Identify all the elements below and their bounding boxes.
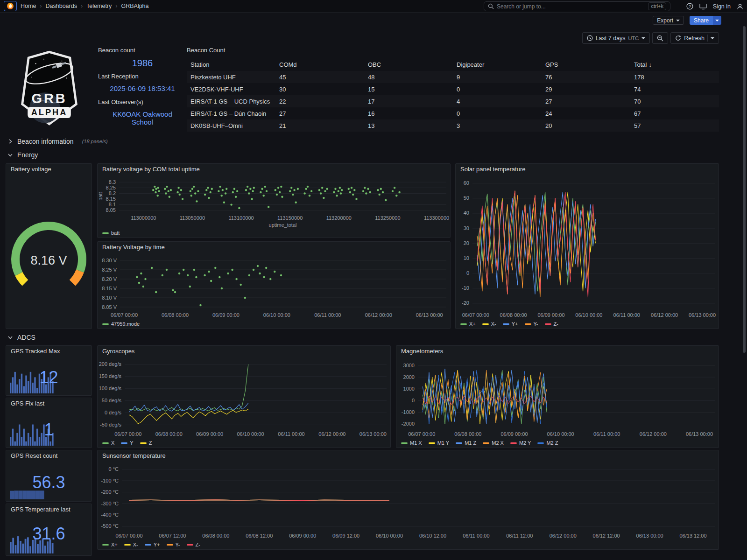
search-bar[interactable]: ctrl+k <box>484 1 670 11</box>
share-menu-button[interactable] <box>713 16 721 25</box>
legend-item[interactable]: batt <box>102 230 120 236</box>
column-header-total[interactable]: Total↓ <box>630 61 719 68</box>
legend-item[interactable]: Z- <box>545 321 558 327</box>
panel-title[interactable]: GPS Tracked Max <box>6 346 92 357</box>
legend-item[interactable]: M1 Z <box>456 440 476 446</box>
user-profile-icon[interactable] <box>737 3 743 10</box>
legend-item[interactable]: Y- <box>525 321 538 327</box>
panel-gps-temperature-last: GPS Temperature last 31.6 <box>6 504 92 556</box>
panel-title[interactable]: GPS Reset count <box>6 450 92 462</box>
search-icon <box>488 3 494 9</box>
legend-item[interactable]: M2 X <box>483 440 504 446</box>
legend-item[interactable]: X- <box>482 321 496 327</box>
legend-item[interactable]: Y+ <box>145 542 160 547</box>
svg-text:06/09 00:00: 06/09 00:00 <box>212 312 240 318</box>
panel-title[interactable]: Battery voltage by COM total uptime <box>98 164 450 175</box>
zoom-out-button[interactable] <box>652 32 668 44</box>
legend-item[interactable]: X+ <box>102 542 118 547</box>
panel-title[interactable]: Last Observer(s) <box>98 98 187 105</box>
svg-text:0: 0 <box>412 398 415 403</box>
cell: 57 <box>630 122 719 129</box>
legend-item[interactable]: M1 Y <box>429 440 449 446</box>
svg-text:8.05: 8.05 <box>106 207 116 213</box>
breadcrumb-dashboards[interactable]: Dashboards <box>46 3 77 9</box>
panel-title[interactable]: GPS Temperature last <box>6 504 92 515</box>
svg-text:100 deg/s: 100 deg/s <box>99 385 122 391</box>
svg-text:8.3: 8.3 <box>109 179 116 185</box>
chevron-down-icon <box>715 20 719 23</box>
stat-value: 31.6 <box>6 525 92 542</box>
chart-legend: M1 XM1 YM1 ZM2 XM2 YM2 Z <box>396 438 719 448</box>
cell: 17 <box>364 98 453 105</box>
panel-title[interactable]: Magnetometers <box>396 346 719 357</box>
column-header-digipeater[interactable]: Digipeater <box>453 61 542 68</box>
panel-title[interactable]: Last Reception <box>98 73 187 80</box>
row-beacon-information[interactable]: Beacon information (18 panels) <box>7 138 108 145</box>
breadcrumb-home[interactable]: Home <box>21 3 36 9</box>
panel-title[interactable]: Solar panel temperature <box>456 164 719 175</box>
svg-text:06/13 00:00: 06/13 00:00 <box>359 431 387 437</box>
panel-gps-tracked-max: GPS Tracked Max 12 <box>6 345 92 396</box>
help-icon[interactable]: ? <box>686 3 693 10</box>
legend-item[interactable]: Z- <box>187 542 200 547</box>
legend-item[interactable]: M2 Y <box>510 440 531 446</box>
panel-title[interactable]: Battery voltage <box>6 164 92 175</box>
legend-swatch-icon <box>121 442 127 444</box>
svg-text:06/10 00:00: 06/10 00:00 <box>263 312 290 318</box>
cell: 48 <box>364 74 453 81</box>
svg-text:50: 50 <box>464 195 469 201</box>
legend-item[interactable]: M1 X <box>401 440 422 446</box>
legend-item[interactable]: Y+ <box>503 321 518 327</box>
legend-item[interactable]: X- <box>124 542 138 547</box>
zoom-out-icon <box>657 35 663 42</box>
column-header-obc[interactable]: OBC <box>364 61 453 68</box>
kiosk-monitor-icon[interactable] <box>699 3 707 10</box>
svg-text:06/08 00:00: 06/08 00:00 <box>162 312 189 318</box>
stat-value: 1 <box>6 421 92 438</box>
scrollbar-track[interactable] <box>743 14 746 555</box>
legend-item[interactable]: Z <box>140 440 152 446</box>
svg-text:06/11 00:00: 06/11 00:00 <box>613 312 640 318</box>
refresh-button[interactable]: Refresh <box>670 32 719 44</box>
svg-text:-500 °C: -500 °C <box>101 523 119 529</box>
legend-item[interactable]: Y- <box>167 542 180 547</box>
legend-item[interactable]: M2 Z <box>537 440 558 446</box>
column-header-station[interactable]: Station <box>187 61 275 68</box>
sign-in-link[interactable]: Sign in <box>713 3 731 10</box>
legend-swatch-icon <box>482 323 489 325</box>
grafana-logo-button[interactable] <box>4 1 17 11</box>
svg-text:8.16 V: 8.16 V <box>30 253 67 267</box>
legend-item[interactable]: X <box>102 440 114 446</box>
scrollbar-thumb[interactable] <box>743 26 746 353</box>
timezone-label: UTC <box>628 35 639 41</box>
panel-title[interactable]: Gyroscopes <box>98 346 390 357</box>
legend-item[interactable]: 47959.mode <box>102 321 140 327</box>
clock-icon <box>587 35 593 41</box>
column-header-comd[interactable]: COMd <box>275 61 364 68</box>
panel-title[interactable]: Beacon count <box>98 47 187 54</box>
time-range-picker[interactable]: Last 7 days UTC <box>582 32 650 44</box>
panel-title[interactable]: Battery Voltage by time <box>98 242 450 253</box>
row-adcs[interactable]: ADCS <box>7 334 35 341</box>
panel-title[interactable]: Sunsensor temperature <box>98 450 719 462</box>
cell: 27 <box>542 98 630 105</box>
svg-text:0 deg/s: 0 deg/s <box>105 410 122 415</box>
svg-text:150 deg/s: 150 deg/s <box>99 373 122 379</box>
cell: 20 <box>542 122 630 129</box>
cell: 29 <box>542 86 630 93</box>
export-label: Export <box>657 17 673 24</box>
share-button[interactable]: Share <box>690 16 721 25</box>
panel-batt-voltage-by-time: Battery Voltage by time 8.30 V8.25 V8.20… <box>97 241 451 329</box>
panel-title[interactable]: GPS Fix last <box>6 398 92 409</box>
table-row: EIRSAT-1 GS – Dún Chaoin271602467 <box>187 107 719 119</box>
panel-title[interactable]: Beacon Count <box>187 47 719 54</box>
export-button[interactable]: Export <box>653 16 684 25</box>
solar-temperature-chart: 6050403020100-10-2006/07 00:0006/08 00:0… <box>456 175 719 319</box>
legend-item[interactable]: Y <box>121 440 133 446</box>
row-energy[interactable]: Energy <box>7 151 38 159</box>
breadcrumb-telemetry[interactable]: Telemetry <box>86 3 112 9</box>
search-input[interactable] <box>497 3 645 10</box>
column-header-gps[interactable]: GPS <box>542 61 630 68</box>
legend-item[interactable]: X+ <box>460 321 476 327</box>
svg-text:0 °C: 0 °C <box>108 466 119 472</box>
